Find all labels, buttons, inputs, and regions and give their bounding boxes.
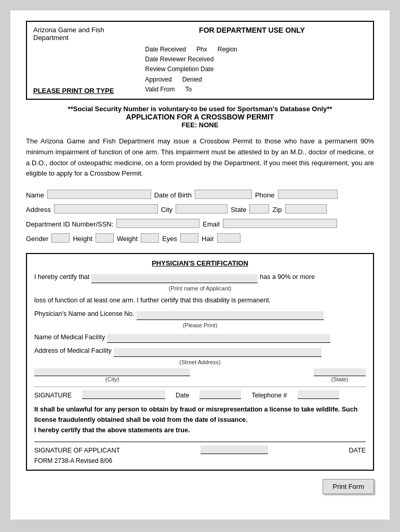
page: Arizona Game and Fish Department FOR DEP… [10,10,390,520]
telephone-label: Telephone # [251,392,287,399]
gender-row: Gender Height Weight Eyes Hair [26,233,374,243]
state-label: State [231,206,246,214]
fraud-notice: It shall be unlawful for any person to o… [34,404,366,435]
weight-input[interactable] [141,233,159,243]
applicant-sig-input[interactable] [201,445,268,454]
phx-label: Phx [196,45,207,55]
hair-input[interactable] [217,233,241,243]
date-received-label: Date Received [145,45,186,55]
phys-city-input[interactable] [34,368,190,376]
address-row: Address City State Zip [26,204,374,214]
applicant-name-input[interactable] [91,274,258,283]
review-completion-label: Review Completion Date [145,65,214,73]
zip-label: Zip [272,206,282,214]
dob-label: Date of Birth [154,191,192,199]
to-label: To [185,85,192,95]
loss-text: loss of function of at least one arm. I … [34,295,271,307]
approved-label: Approved [145,75,171,85]
city-state-row: (City) (State) [34,368,366,382]
sig-row: SIGNATURE Date Telephone # [34,387,366,399]
date-label: Date [176,392,189,399]
please-print-label: PLEASE PRINT OR TYPE [33,87,114,95]
email-input[interactable] [223,219,337,228]
sig-date-input[interactable] [199,390,241,399]
header-box: Arizona Game and Fish Department FOR DEP… [26,21,374,100]
date-applicant-label: DATE [349,447,366,454]
state-input[interactable] [249,204,269,214]
email-label: Email [203,220,220,228]
gender-label: Gender [26,235,48,243]
date-reviewer-label: Date Reviewer Received [145,56,214,63]
dept-name: Arizona Game and Fish Department [33,26,137,42]
eyes-input[interactable] [180,233,198,243]
dept-use-details: Date Received Phx Region Date Reviewer R… [114,45,367,95]
dob-input[interactable] [195,190,252,199]
address-input[interactable] [54,204,158,214]
please-print-label: (Please Print) [34,322,366,328]
hair-label: Hair [202,235,214,243]
zip-input[interactable] [285,204,327,214]
address-label: Address [26,206,51,214]
state-wrap: (State) [314,368,366,382]
title-section: **Social Security Number is voluntary-to… [26,105,374,129]
address-facility-label: Address of Medical Facility [34,345,112,357]
medical-facility-row: Name of Medical Facility [34,331,366,343]
city-wrap: (City) [34,368,190,382]
dept-id-input[interactable] [116,219,199,228]
form-fields: Name Date of Birth Phone Address City St… [26,190,374,243]
print-button[interactable]: Print Form [323,479,374,494]
street-label: (Street Address) [34,359,366,365]
sig-applicant-row: SIGNATURE OF APPLICANT DATE [34,442,366,454]
name-row: Name Date of Birth Phone [26,190,374,199]
name-label: Name [26,191,44,199]
address-facility-row: Address of Medical Facility [34,345,366,357]
ssn-notice: **Social Security Number is voluntary-to… [26,105,374,113]
name-input[interactable] [47,190,151,199]
gender-input[interactable] [51,233,70,243]
dept-id-row: Department ID Number/SSN: Email [26,219,374,228]
description-text: The Arizona Game and Fish Department may… [26,136,374,179]
phone-label: Phone [255,191,275,199]
loss-row: loss of function of at least one arm. I … [34,295,366,307]
city-label: City [161,206,172,214]
height-label: Height [73,235,92,243]
telephone-input[interactable] [298,390,339,399]
signature-label: SIGNATURE [34,392,72,399]
eyes-label: Eyes [162,235,177,243]
address-facility-input[interactable] [114,348,322,357]
print-name-label: (Print name of Applicant) [34,285,366,291]
physician-box: PHYSICIAN'S CERTIFICATION I hereby certi… [26,253,374,471]
has-90-text: has a 90% or more [260,271,315,283]
medical-facility-label: Name of Medical Facility [34,331,105,343]
fee-label: FEE: NONE [26,121,374,129]
valid-from-label: Valid From [145,85,175,95]
city-input[interactable] [176,204,228,214]
weight-label: Weight [117,235,138,243]
phys-name-row: Physician's Name and License No. [34,308,366,320]
form-number: FORM 2738-A Revised 8/06 [34,457,366,464]
app-title: APPLICATION FOR A CROSSBOW PERMIT [26,113,374,121]
dept-use-only-title: FOR DEPARTMENT USE ONLY [137,26,367,34]
certify-text: I hereby certify that [34,271,89,283]
phys-state-input[interactable] [314,368,366,376]
phys-name-input[interactable] [137,311,324,320]
denied-label: Denied [182,75,202,85]
city-label-small: (City) [105,376,119,382]
medical-facility-input[interactable] [107,334,330,343]
phys-name-label: Physician's Name and License No. [34,308,135,320]
state-label-small: (State) [331,376,348,382]
certify-row: I hereby certify that has a 90% or more [34,271,366,283]
dept-id-label: Department ID Number/SSN: [26,220,113,228]
height-input[interactable] [96,233,114,243]
sig-input[interactable] [82,390,165,399]
phone-input[interactable] [278,190,338,199]
region-label: Region [218,45,237,55]
sig-applicant-label: SIGNATURE OF APPLICANT [34,447,120,454]
physician-title: PHYSICIAN'S CERTIFICATION [34,259,366,267]
print-btn-container: Print Form [26,479,374,494]
